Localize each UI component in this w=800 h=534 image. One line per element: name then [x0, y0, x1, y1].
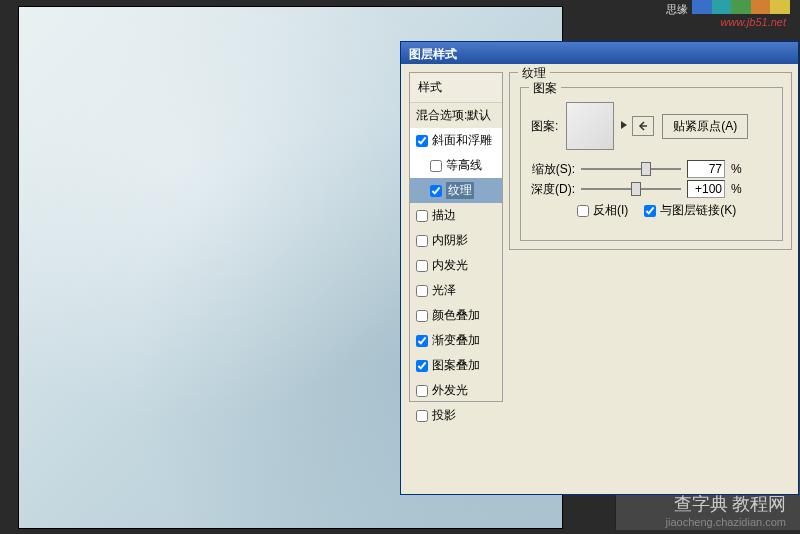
back-arrow-icon: [637, 120, 649, 132]
watermark-url: jiaocheng.chazidian.com: [666, 516, 786, 528]
style-checkbox[interactable]: [430, 185, 442, 197]
scale-pct: %: [731, 162, 743, 176]
depth-label: 深度(D):: [531, 181, 575, 198]
scale-slider[interactable]: [581, 168, 681, 170]
styles-list: 样式 混合选项:默认 斜面和浮雕等高线纹理描边内阴影内发光光泽颜色叠加渐变叠加图…: [409, 72, 503, 402]
style-row[interactable]: 投影: [410, 403, 502, 428]
snap-origin-button[interactable]: 贴紧原点(A): [662, 114, 748, 139]
pattern-label: 图案:: [531, 118, 558, 135]
pattern-swatch[interactable]: [566, 102, 614, 150]
invert-label: 反相(I): [593, 202, 628, 219]
blend-options-row[interactable]: 混合选项:默认: [410, 103, 502, 128]
style-checkbox[interactable]: [416, 135, 428, 147]
style-label: 颜色叠加: [432, 307, 480, 324]
style-row[interactable]: 图案叠加: [410, 353, 502, 378]
scale-label: 缩放(S):: [531, 161, 575, 178]
style-row[interactable]: 颜色叠加: [410, 303, 502, 328]
style-label: 描边: [432, 207, 456, 224]
style-checkbox[interactable]: [430, 160, 442, 172]
style-label: 光泽: [432, 282, 456, 299]
style-label: 等高线: [446, 157, 482, 174]
style-checkbox[interactable]: [416, 335, 428, 347]
depth-input[interactable]: [687, 180, 725, 198]
style-label: 外发光: [432, 382, 468, 399]
link-checkbox[interactable]: 与图层链接(K): [644, 202, 736, 219]
style-checkbox[interactable]: [416, 360, 428, 372]
styles-header[interactable]: 样式: [410, 73, 502, 103]
scale-row: 缩放(S): %: [531, 160, 743, 178]
style-checkbox[interactable]: [416, 235, 428, 247]
style-label: 图案叠加: [432, 357, 480, 374]
depth-slider[interactable]: [581, 188, 681, 190]
style-label: 内发光: [432, 257, 468, 274]
color-palette: [692, 0, 790, 14]
style-row[interactable]: 描边: [410, 203, 502, 228]
watermark-title: 查字典 教程网: [666, 492, 786, 516]
style-checkbox[interactable]: [416, 385, 428, 397]
depth-thumb[interactable]: [631, 182, 641, 196]
new-preset-button[interactable]: [632, 116, 654, 136]
dialog-title: 图层样式: [401, 42, 798, 64]
pattern-group-label: 图案: [529, 80, 561, 97]
pattern-group: 图案 图案: 贴紧原点(A) 缩放(S): % 深度(D):: [520, 87, 783, 241]
invert-input[interactable]: [577, 205, 589, 217]
style-row[interactable]: 纹理: [410, 178, 502, 203]
style-label: 投影: [432, 407, 456, 424]
style-checkbox[interactable]: [416, 285, 428, 297]
scale-thumb[interactable]: [641, 162, 651, 176]
style-checkbox[interactable]: [416, 310, 428, 322]
style-row[interactable]: 渐变叠加: [410, 328, 502, 353]
url-watermark: www.jb51.net: [721, 16, 786, 28]
style-checkbox[interactable]: [416, 410, 428, 422]
invert-checkbox[interactable]: 反相(I): [577, 202, 628, 219]
style-row[interactable]: 斜面和浮雕: [410, 128, 502, 153]
layer-style-dialog: 图层样式 样式 混合选项:默认 斜面和浮雕等高线纹理描边内阴影内发光光泽颜色叠加…: [400, 41, 799, 495]
checkbox-row: 反相(I) 与图层链接(K): [577, 202, 736, 219]
style-label: 斜面和浮雕: [432, 132, 492, 149]
style-label: 纹理: [446, 182, 474, 199]
depth-pct: %: [731, 182, 743, 196]
style-checkbox[interactable]: [416, 260, 428, 272]
depth-row: 深度(D): %: [531, 180, 743, 198]
top-watermark: 思缘: [666, 2, 688, 17]
link-input[interactable]: [644, 205, 656, 217]
style-row[interactable]: 内发光: [410, 253, 502, 278]
bottom-watermark: 查字典 教程网 jiaocheng.chazidian.com: [666, 492, 786, 528]
style-row[interactable]: 内阴影: [410, 228, 502, 253]
style-label: 渐变叠加: [432, 332, 480, 349]
style-row[interactable]: 等高线: [410, 153, 502, 178]
pattern-row: 图案: 贴紧原点(A): [531, 102, 748, 150]
link-label: 与图层链接(K): [660, 202, 736, 219]
style-row[interactable]: 外发光: [410, 378, 502, 403]
style-label: 内阴影: [432, 232, 468, 249]
style-row[interactable]: 光泽: [410, 278, 502, 303]
scale-input[interactable]: [687, 160, 725, 178]
style-checkbox[interactable]: [416, 210, 428, 222]
texture-group: 纹理 图案 图案: 贴紧原点(A) 缩放(S): % 深度(D):: [509, 72, 792, 250]
